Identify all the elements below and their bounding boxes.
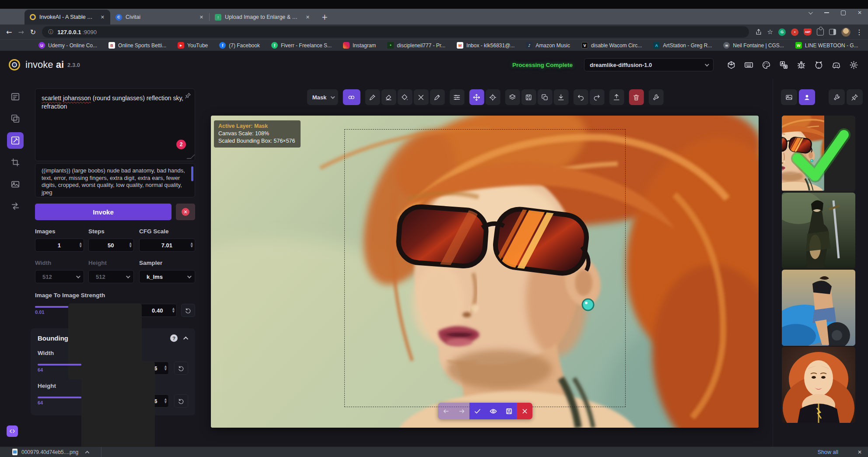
reset-view-button[interactable] [485, 89, 500, 105]
tab-close-icon[interactable]: ✕ [99, 14, 106, 21]
extensions-puzzle-icon[interactable] [817, 28, 824, 35]
downloads-close-icon[interactable]: ✕ [858, 449, 862, 455]
adblock-extension-icon[interactable]: ABP [804, 28, 812, 35]
accept-image-button[interactable] [469, 403, 485, 419]
erase-bounding-box-button[interactable] [413, 89, 428, 105]
prompt-input[interactable]: scarlett johansson (round sunglasses) re… [35, 88, 195, 161]
bbox-height-slider[interactable]: 641024 [38, 397, 120, 405]
negative-prompt-input[interactable]: ((implants)) (large boobs) nude bad anat… [35, 163, 195, 197]
help-icon[interactable]: ? [170, 334, 178, 342]
resize-handle[interactable] [186, 155, 195, 159]
merge-layers-button[interactable] [505, 89, 520, 105]
gallery-thumbnail[interactable] [782, 347, 855, 423]
window-maximize-button[interactable] [840, 10, 846, 16]
theme-palette-icon[interactable] [762, 60, 771, 70]
cancel-button[interactable]: ✕ [176, 204, 195, 220]
next-image-button[interactable] [454, 403, 469, 419]
collapse-chevron-icon[interactable] [183, 336, 188, 341]
toggle-console-button[interactable] [7, 425, 18, 437]
undo-button[interactable] [573, 89, 588, 105]
bookmark-wacom[interactable]: Vdisable Wacom Circ... [581, 42, 642, 49]
enable-mask-button[interactable] [343, 89, 360, 105]
tab-image-to-image[interactable] [7, 110, 24, 127]
bookmark-sports[interactable]: BOnline Sports Betti... [108, 42, 166, 49]
stepper-arrows[interactable]: ▲▼ [164, 398, 167, 404]
stepper-arrows[interactable]: ▲▼ [164, 365, 167, 371]
bookmark-udemy[interactable]: UUdemy - Online Co... [38, 42, 97, 49]
bookmark-inbox[interactable]: MInbox - klk56831@... [457, 42, 514, 49]
tab-close-icon[interactable]: ✕ [304, 14, 311, 21]
bookmark-facebook[interactable]: f(7) Facebook [219, 42, 260, 49]
bbox-height-reset-button[interactable] [174, 394, 188, 408]
bounding-box-overlay[interactable] [344, 129, 626, 407]
back-button[interactable]: ← [6, 28, 12, 36]
stepper-arrows[interactable]: ▲▼ [172, 307, 175, 313]
show-hide-image-button[interactable] [485, 403, 501, 419]
bookmark-star-icon[interactable]: ☆ [767, 28, 773, 36]
language-translate-icon[interactable] [779, 60, 788, 70]
save-to-gallery-button[interactable] [521, 89, 536, 105]
bookmark-artstation[interactable]: AArtStation - Greg R... [653, 42, 712, 49]
url-field[interactable]: ⓘ 127.0.0.1:9090 [42, 26, 749, 38]
eraser-tool-button[interactable] [381, 89, 396, 105]
report-bug-icon[interactable] [797, 60, 806, 70]
tab-upscale[interactable]: ↑ Upload Image to Enlarge & Enha ✕ [210, 10, 315, 25]
sampler-select[interactable]: k_lms [139, 270, 195, 283]
redo-button[interactable] [589, 89, 604, 105]
gallery-thumbnail-selected[interactable] [782, 116, 855, 192]
download-chevron-icon[interactable] [85, 451, 90, 455]
clear-canvas-button[interactable] [629, 89, 644, 105]
copy-to-clipboard-button[interactable] [537, 89, 552, 105]
fill-bounding-box-button[interactable] [397, 89, 412, 105]
tab-training[interactable] [7, 198, 24, 214]
bookmark-disciple[interactable]: ✦discipleneil777 - Pr... [387, 42, 445, 49]
save-staging-button[interactable] [501, 403, 517, 419]
model-select[interactable]: dreamlike-diffusion-1.0 [584, 58, 714, 71]
strength-reset-button[interactable] [181, 304, 195, 317]
bookmark-amazon-music[interactable]: ♪Amazon Music [526, 42, 570, 49]
stepper-arrows[interactable]: ▲▼ [130, 242, 132, 248]
images-input[interactable]: 1▲▼ [35, 239, 84, 252]
height-select[interactable]: 512 [88, 270, 134, 283]
hotkeys-keyboard-icon[interactable] [744, 60, 753, 70]
brush-tool-button[interactable] [365, 89, 380, 105]
bookmark-youtube[interactable]: ▶YouTube [178, 42, 208, 49]
discard-image-button[interactable] [517, 403, 532, 419]
new-tab-button[interactable]: + [319, 11, 330, 23]
stepper-arrows[interactable]: ▲▼ [80, 242, 82, 248]
reload-button[interactable]: ↻ [30, 28, 36, 36]
move-tool-button[interactable] [469, 89, 484, 105]
download-item[interactable]: 000979.40d74eb5....png [12, 449, 90, 455]
grammarly-extension-icon[interactable]: G [778, 28, 786, 36]
gallery-settings-button[interactable] [829, 89, 845, 105]
github-icon[interactable] [814, 60, 823, 70]
pin-icon[interactable] [185, 92, 191, 101]
model-manager-cube-icon[interactable] [727, 60, 736, 70]
forward-button[interactable]: → [18, 28, 24, 36]
scrollbar-thumb[interactable] [191, 166, 193, 181]
site-info-icon[interactable]: ⓘ [48, 28, 53, 36]
tab-invokeai[interactable]: InvokeAI - A Stable Diffusion Too ✕ [24, 10, 110, 25]
bbox-width-slider[interactable]: 641024 [38, 364, 120, 373]
bookmark-webtoon[interactable]: WLINE WEBTOON - G... [795, 42, 858, 49]
color-picker-button[interactable] [430, 89, 444, 105]
tab-civitai[interactable]: C Civitai ✕ [110, 10, 209, 25]
side-panel-icon[interactable] [829, 29, 836, 35]
browser-menu-icon[interactable]: ⋮ [856, 28, 863, 36]
bookmark-fiverr[interactable]: fFiverr - Freelance S... [271, 42, 332, 49]
previous-image-button[interactable] [438, 403, 454, 419]
cfg-scale-input[interactable]: 7.01▲▼ [139, 239, 195, 252]
gallery-user-tab[interactable] [799, 89, 815, 105]
bookmark-neil-fontaine[interactable]: ∞Neil Fontaine | CGS... [723, 42, 784, 49]
bbox-width-reset-button[interactable] [174, 362, 188, 375]
tab-nodes[interactable] [7, 154, 24, 171]
discord-icon[interactable] [832, 60, 841, 70]
browser-menu-chevron-icon[interactable] [807, 10, 813, 16]
gallery-thumbnail[interactable] [782, 193, 855, 269]
profile-avatar[interactable] [841, 28, 850, 37]
tab-post-processing[interactable] [7, 176, 24, 193]
share-icon[interactable] [755, 28, 762, 35]
stepper-arrows[interactable]: ▲▼ [191, 242, 193, 248]
window-close-button[interactable]: ✕ [857, 10, 863, 16]
show-all-link[interactable]: Show all [818, 449, 838, 455]
